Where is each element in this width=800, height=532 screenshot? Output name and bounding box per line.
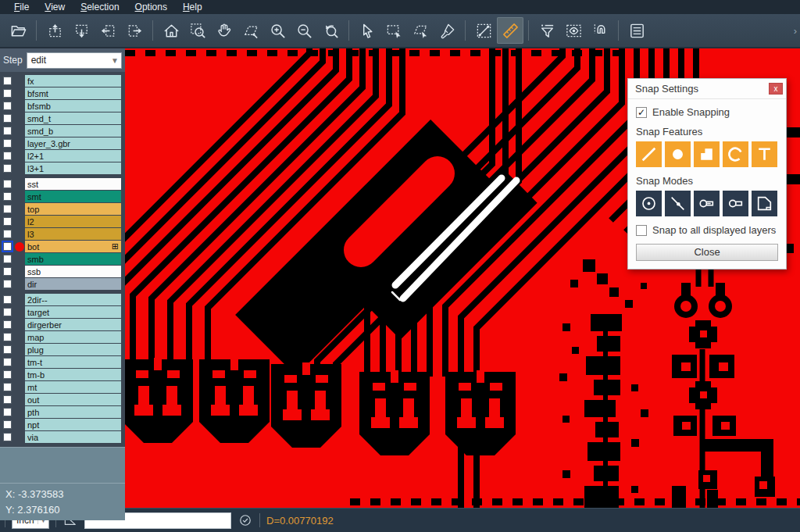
layer-row-bot[interactable]: bot⊞ bbox=[0, 241, 125, 252]
layer-row-dir[interactable]: dir bbox=[0, 278, 125, 290]
layer-checkbox[interactable] bbox=[3, 205, 12, 213]
layer-name-cell[interactable]: l2 bbox=[25, 216, 121, 227]
pan-down-button[interactable] bbox=[68, 17, 95, 44]
layer-row-smd_t[interactable]: smd_t bbox=[0, 112, 125, 124]
pan-up-button[interactable] bbox=[41, 17, 68, 44]
report-button[interactable] bbox=[623, 17, 650, 44]
layer-checkbox[interactable] bbox=[3, 420, 12, 429]
zoom-area-button[interactable] bbox=[184, 17, 211, 44]
layer-row-smd_b[interactable]: smd_b bbox=[0, 125, 125, 137]
layer-name-cell[interactable]: target bbox=[25, 306, 121, 318]
select-rect-button[interactable] bbox=[380, 17, 407, 44]
layer-name-cell[interactable]: bfsmb bbox=[25, 100, 121, 112]
layer-name-cell[interactable]: top bbox=[25, 203, 121, 215]
layer-checkbox[interactable] bbox=[3, 77, 12, 85]
view-visibility-button[interactable] bbox=[560, 17, 587, 44]
layer-row-l2+1[interactable]: l2+1 bbox=[0, 150, 125, 162]
layer-row-target[interactable]: target bbox=[0, 306, 125, 318]
snap-feature-surface-button[interactable] bbox=[694, 141, 720, 167]
home-button[interactable] bbox=[158, 17, 184, 44]
layer-row-l3[interactable]: l3 bbox=[0, 228, 125, 240]
layer-checkbox[interactable] bbox=[3, 164, 12, 173]
layer-name-cell[interactable]: mt bbox=[25, 381, 121, 393]
layer-checkbox[interactable] bbox=[3, 345, 12, 354]
snap-feature-pad-button[interactable] bbox=[665, 141, 691, 167]
layer-name-cell[interactable]: npt bbox=[25, 419, 121, 430]
zoom-in-button[interactable] bbox=[264, 17, 291, 44]
layer-name-cell[interactable]: out bbox=[25, 394, 121, 405]
layer-name-cell[interactable]: bot⊞ bbox=[25, 241, 121, 252]
menu-item-view[interactable]: View bbox=[37, 0, 73, 14]
layer-checkbox[interactable] bbox=[3, 358, 12, 366]
layer-checkbox[interactable] bbox=[3, 217, 12, 226]
layer-checkbox[interactable] bbox=[3, 320, 12, 329]
snap-mode-corner-button[interactable] bbox=[752, 191, 777, 216]
snap-mode-slot-key-button[interactable] bbox=[694, 191, 720, 216]
zoom-polygon-button[interactable] bbox=[238, 17, 264, 44]
layer-row-map[interactable]: map bbox=[0, 331, 125, 343]
pan-hand-button[interactable] bbox=[211, 17, 238, 44]
snap-feature-line-button[interactable] bbox=[636, 141, 662, 167]
layer-name-cell[interactable]: l3+1 bbox=[25, 162, 121, 174]
menu-item-help[interactable]: Help bbox=[175, 0, 210, 14]
snap-feature-text-button[interactable] bbox=[752, 141, 777, 167]
layer-name-cell[interactable]: smd_t bbox=[25, 112, 121, 124]
step-select[interactable]: edit ▼ bbox=[27, 52, 122, 69]
layer-row-pth[interactable]: pth bbox=[0, 406, 125, 418]
snap-mode-slot-open-button[interactable] bbox=[723, 191, 748, 216]
layer-row-bfsmt[interactable]: bfsmt bbox=[0, 87, 125, 99]
layer-name-cell[interactable]: smt bbox=[25, 191, 121, 202]
layer-checkbox[interactable] bbox=[3, 395, 12, 404]
zoom-out-button[interactable] bbox=[291, 17, 317, 44]
filter-button[interactable] bbox=[534, 17, 560, 44]
layer-checkbox[interactable] bbox=[3, 102, 12, 110]
layer-row-fx[interactable]: fx bbox=[0, 75, 125, 87]
layer-checkbox[interactable] bbox=[3, 433, 12, 441]
layer-checkbox[interactable] bbox=[3, 114, 12, 123]
layer-name-cell[interactable]: ssb bbox=[25, 266, 121, 277]
layer-name-cell[interactable]: dirgerber bbox=[25, 319, 121, 330]
menu-item-selection[interactable]: Selection bbox=[73, 0, 127, 14]
layer-name-cell[interactable]: layer_3.gbr bbox=[25, 137, 121, 149]
layer-name-cell[interactable]: l3 bbox=[25, 228, 121, 240]
ruler-button[interactable] bbox=[497, 17, 523, 44]
layer-row-sst[interactable]: sst bbox=[0, 178, 125, 190]
layer-checkbox[interactable] bbox=[3, 408, 12, 416]
layer-row-dirgerber[interactable]: dirgerber bbox=[0, 319, 125, 330]
layer-row-out[interactable]: out bbox=[0, 394, 125, 405]
layer-row-l3+1[interactable]: l3+1 bbox=[0, 162, 125, 174]
layer-name-cell[interactable]: dir bbox=[25, 278, 121, 290]
layer-checkbox[interactable] bbox=[3, 242, 12, 251]
pan-left-button[interactable] bbox=[95, 17, 121, 44]
snap-feature-arc-button[interactable] bbox=[723, 141, 748, 167]
layer-row-2dir--[interactable]: 2dir-- bbox=[0, 294, 125, 305]
layer-checkbox[interactable] bbox=[3, 139, 12, 148]
layer-name-cell[interactable]: via bbox=[25, 431, 121, 443]
layer-name-cell[interactable]: bfsmt bbox=[25, 87, 121, 99]
layer-name-cell[interactable]: fx bbox=[25, 75, 121, 87]
enable-snapping-checkbox[interactable]: ✓ bbox=[636, 107, 647, 118]
snap-mode-midline-button[interactable] bbox=[665, 191, 691, 216]
layer-row-layer_3.gbr[interactable]: layer_3.gbr bbox=[0, 137, 125, 149]
layer-name-cell[interactable]: map bbox=[25, 331, 121, 343]
layer-row-via[interactable]: via bbox=[0, 431, 125, 443]
zoom-previous-button[interactable] bbox=[317, 17, 344, 44]
layer-name-cell[interactable]: plug bbox=[25, 344, 121, 355]
layer-row-top[interactable]: top bbox=[0, 203, 125, 215]
dialog-title-bar[interactable]: Snap Settings x bbox=[628, 79, 786, 99]
layer-checkbox[interactable] bbox=[3, 255, 12, 263]
toolbar-overflow-chevron[interactable]: › bbox=[794, 25, 797, 37]
layer-row-smb[interactable]: smb bbox=[0, 253, 125, 265]
layer-row-l2[interactable]: l2 bbox=[0, 216, 125, 227]
layer-checkbox[interactable] bbox=[3, 333, 12, 341]
snap-magnet-button[interactable] bbox=[587, 17, 613, 44]
select-arrow-button[interactable] bbox=[354, 17, 380, 44]
layer-checkbox[interactable] bbox=[3, 192, 12, 201]
layer-row-tm-b[interactable]: tm-b bbox=[0, 369, 125, 380]
layer-row-plug[interactable]: plug bbox=[0, 344, 125, 355]
select-polygon-button[interactable] bbox=[407, 17, 434, 44]
close-button[interactable]: Close bbox=[636, 244, 778, 261]
select-brush-button[interactable] bbox=[434, 17, 460, 44]
close-icon[interactable]: x bbox=[769, 83, 783, 95]
pan-right-button[interactable] bbox=[121, 17, 148, 44]
